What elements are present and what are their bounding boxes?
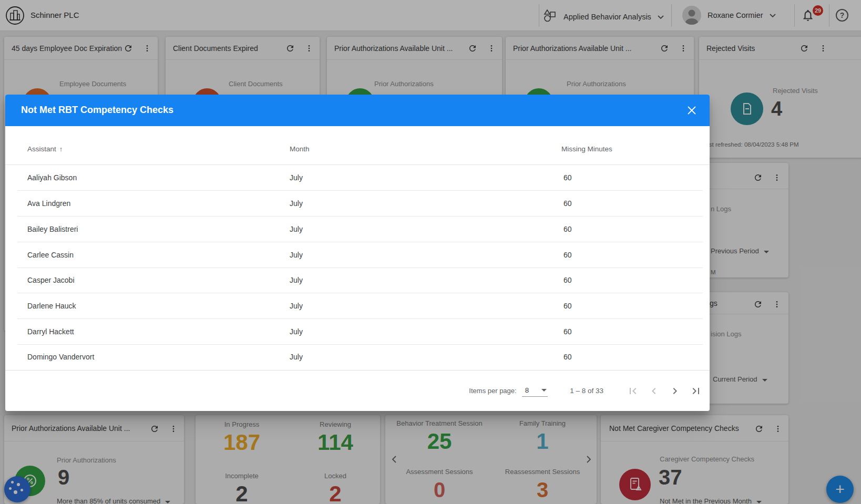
first-page-icon[interactable] <box>627 385 639 397</box>
cell-assistant: Ava Lindgren <box>27 191 70 217</box>
cell-missing-minutes: 60 <box>563 242 572 268</box>
cell-month: July <box>290 191 303 217</box>
table-row: Domingo Vandervort July 60 <box>17 344 703 370</box>
cell-missing-minutes: 60 <box>563 319 572 345</box>
cell-month: July <box>290 217 303 242</box>
table-row: Darlene Hauck July 60 <box>17 293 703 319</box>
column-header-missing-minutes: Missing Minutes <box>561 145 612 153</box>
cell-assistant: Bailey Balistreri <box>27 217 78 242</box>
table-row: Carlee Cassin July 60 <box>17 242 703 268</box>
modal-header: Not Met RBT Competency Checks <box>5 95 710 126</box>
table-row: Aaliyah Gibson July 60 <box>17 165 703 191</box>
table-row: Ava Lindgren July 60 <box>17 191 703 217</box>
cell-missing-minutes: 60 <box>563 293 572 319</box>
cell-missing-minutes: 60 <box>563 268 572 293</box>
cell-assistant: Aaliyah Gibson <box>27 165 77 191</box>
cell-missing-minutes: 60 <box>563 344 572 370</box>
cell-month: July <box>290 293 303 319</box>
chevron-down-icon <box>541 389 547 392</box>
app-root: Schinner PLC Applied Behavior Analysis R… <box>0 0 861 504</box>
table-row: Casper Jacobi July 60 <box>17 268 703 293</box>
table-paginator: Items per page: 8 1 – 8 of 33 <box>5 370 710 411</box>
cell-month: July <box>290 165 303 191</box>
page-range-label: 1 – 8 of 33 <box>570 387 603 395</box>
cell-month: July <box>290 319 303 345</box>
close-icon[interactable] <box>685 104 698 117</box>
cell-assistant: Carlee Cassin <box>27 242 74 268</box>
next-page-icon[interactable] <box>669 385 681 397</box>
table-row: Darryl Hackett July 60 <box>17 319 703 345</box>
not-met-rbt-modal: Not Met RBT Competency Checks Assistant↑… <box>5 95 710 411</box>
cell-missing-minutes: 60 <box>563 165 572 191</box>
sort-ascending-icon: ↑ <box>59 145 63 153</box>
page-size-select[interactable]: 8 <box>522 385 548 397</box>
column-header-assistant[interactable]: Assistant↑ <box>27 145 63 153</box>
cell-month: July <box>290 242 303 268</box>
cell-missing-minutes: 60 <box>563 217 572 242</box>
table-row: Bailey Balistreri July 60 <box>17 217 703 242</box>
items-per-page-label: Items per page: <box>469 387 516 395</box>
previous-page-icon[interactable] <box>648 385 660 397</box>
cell-month: July <box>290 268 303 293</box>
table-header-row: Assistant↑ Month Missing Minutes <box>5 126 710 165</box>
cell-month: July <box>290 344 303 370</box>
cell-missing-minutes: 60 <box>563 191 572 217</box>
modal-title: Not Met RBT Competency Checks <box>21 105 173 116</box>
column-header-month: Month <box>290 145 310 153</box>
last-page-icon[interactable] <box>690 385 702 397</box>
cell-assistant: Darryl Hackett <box>27 319 74 345</box>
cell-assistant: Domingo Vandervort <box>27 344 94 370</box>
cell-assistant: Darlene Hauck <box>27 293 76 319</box>
cell-assistant: Casper Jacobi <box>27 268 75 293</box>
